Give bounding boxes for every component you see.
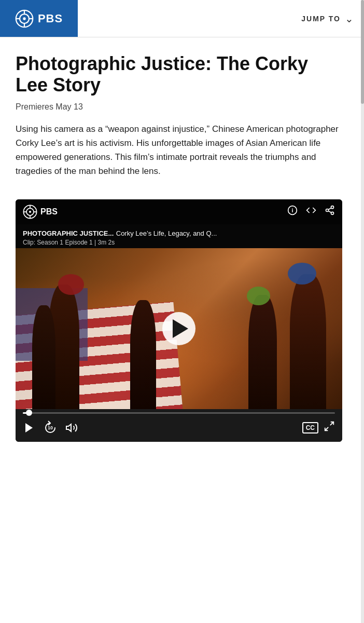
svg-marker-22 xyxy=(66,424,71,431)
video-pbs-circle-icon xyxy=(23,205,37,219)
video-pbs-label: PBS xyxy=(40,207,58,216)
video-clip-info: Clip: Season 1 Episode 1 | 3m 2s xyxy=(23,239,335,246)
person-silhouette-5 xyxy=(130,300,156,409)
video-title-bar: PHOTOGRAPHIC JUSTICE... Corky Lee’s Life… xyxy=(16,224,342,248)
video-controls: 10 CC xyxy=(16,416,342,442)
svg-point-17 xyxy=(326,209,329,212)
person-silhouette-3 xyxy=(290,274,326,409)
turban-1 xyxy=(58,274,84,295)
chevron-down-icon: ⌄ xyxy=(345,12,354,25)
jump-to-label: JUMP TO xyxy=(301,15,341,23)
play-triangle-icon xyxy=(173,319,188,338)
progress-dot xyxy=(26,410,32,416)
pbs-circle-icon xyxy=(15,9,34,28)
turban-3 xyxy=(247,287,270,305)
premiere-date: Premieres May 13 xyxy=(16,102,342,112)
progress-track[interactable] xyxy=(23,412,335,414)
video-title-line: PHOTOGRAPHIC JUSTICE... Corky Lee’s Life… xyxy=(23,228,335,238)
progress-bar-area xyxy=(16,409,342,416)
embed-icon[interactable] xyxy=(306,205,316,218)
video-icons: i xyxy=(287,205,335,218)
main-content: Photographic Justice: The Corky Lee Stor… xyxy=(0,37,358,457)
pbs-logo-text: PBS xyxy=(38,12,63,25)
controls-left: 10 xyxy=(23,420,78,436)
play-button[interactable] xyxy=(162,312,195,345)
turban-2 xyxy=(288,263,316,285)
fullscreen-button[interactable] xyxy=(324,421,335,435)
play-pause-button[interactable] xyxy=(23,422,35,434)
person-silhouette-2 xyxy=(32,305,55,409)
scrollbar[interactable] xyxy=(361,0,364,623)
svg-marker-21 xyxy=(25,423,33,432)
svg-line-23 xyxy=(330,422,333,425)
jump-to-area[interactable]: JUMP TO ⌄ xyxy=(78,0,364,37)
video-thumbnail xyxy=(16,248,342,409)
info-icon[interactable]: i xyxy=(287,205,298,218)
video-subtitle: Corky Lee’s Life, Legacy, and Q... xyxy=(116,229,217,237)
share-icon[interactable] xyxy=(325,205,335,218)
svg-line-19 xyxy=(328,211,331,212)
svg-line-24 xyxy=(325,427,328,430)
pbs-logo-area[interactable]: PBS xyxy=(0,0,78,37)
controls-right: CC xyxy=(302,421,335,435)
pbs-logo: PBS xyxy=(15,9,63,28)
video-player: PBS i PHOTOGRAPHIC JUSTICE... Corky Lee’… xyxy=(16,199,342,442)
video-top-bar: PBS i xyxy=(16,199,342,224)
person-silhouette-4 xyxy=(248,295,277,409)
video-main-title: PHOTOGRAPHIC JUSTICE... xyxy=(23,229,114,237)
svg-point-2 xyxy=(23,17,25,20)
svg-text:i: i xyxy=(291,207,293,213)
svg-line-20 xyxy=(328,208,331,209)
svg-point-16 xyxy=(331,206,334,209)
svg-point-9 xyxy=(29,210,31,212)
replay-number: 10 xyxy=(48,425,53,430)
scrollbar-thumb xyxy=(361,0,364,104)
svg-point-18 xyxy=(331,212,334,214)
site-header: PBS JUMP TO ⌄ xyxy=(0,0,364,37)
replay-10-button[interactable]: 10 xyxy=(43,420,58,436)
description: Using his camera as a “weapon against in… xyxy=(16,122,342,179)
video-pbs-logo: PBS xyxy=(23,205,58,219)
cc-button[interactable]: CC xyxy=(302,422,318,434)
volume-button[interactable] xyxy=(65,422,78,434)
page-title: Photographic Justice: The Corky Lee Stor… xyxy=(16,53,342,96)
